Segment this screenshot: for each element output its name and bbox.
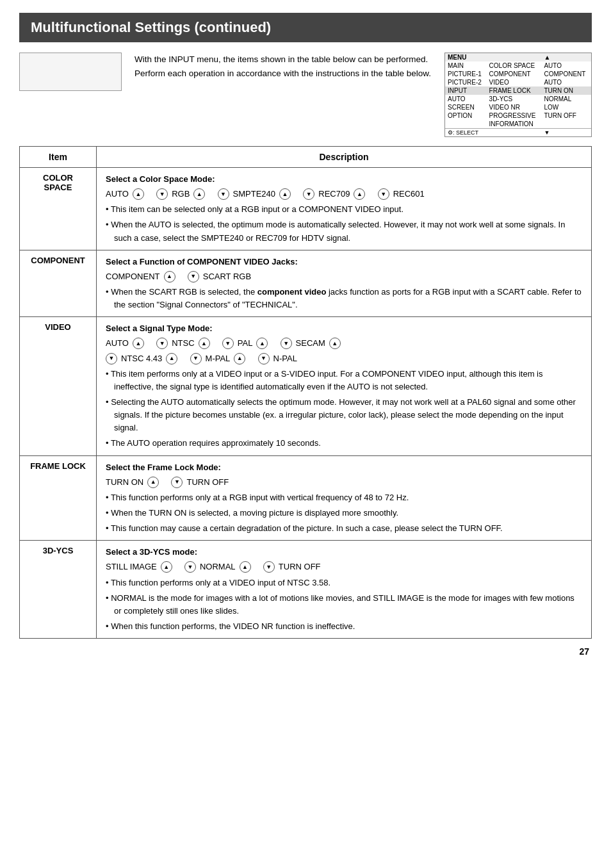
mini-menu-header-menu: MENU (445, 53, 487, 61)
col-item-header: Item (20, 147, 97, 168)
mini-menu-row-highlighted: FRAME LOCK (487, 86, 542, 95)
nav-up-btn (166, 353, 177, 364)
nav-up-btn (193, 188, 205, 200)
nav-up-btn (199, 338, 210, 349)
bullet-text: • When the AUTO is selected, the optimum… (106, 218, 582, 244)
nav-up-btn (240, 561, 251, 573)
mini-menu-row: SCREEN (445, 103, 487, 111)
mini-menu-select: ⚙: SELECT (445, 129, 541, 137)
mini-menu-row: VIDEO NR (487, 103, 542, 111)
table-row: COLOR SPACE Select a Color Space Mode: A… (20, 168, 592, 250)
bullet-text: • This function performs only at a VIDEO… (106, 577, 582, 589)
nav-up-btn (354, 188, 365, 200)
mini-menu-row: PICTURE-2 (445, 78, 487, 86)
mini-menu-row: NORMAL (541, 95, 591, 103)
mini-menu-row (445, 120, 487, 129)
table-row: COMPONENT Select a Function of COMPONENT… (20, 250, 592, 317)
nav-down-btn (222, 338, 234, 349)
page-number: 27 (19, 646, 592, 657)
nav-up-btn (279, 188, 291, 200)
bullet-text: • This function may cause a certain degr… (106, 522, 582, 535)
item-3d-ycs: 3D-YCS (20, 541, 97, 639)
intro-text: With the INPUT menu, the items shown in … (134, 53, 432, 80)
nav-line: NTSC 4.43 M-PAL N-PAL (106, 352, 582, 365)
nav-down-btn (171, 477, 183, 488)
item-video: VIDEO (20, 317, 97, 455)
desc-video: Select a Signal Type Mode: AUTO NTSC PAL… (97, 317, 592, 455)
intro-line1: With the INPUT menu, the items shown in … (134, 53, 432, 67)
mini-menu-row: TURN OFF (541, 111, 591, 120)
nav-down-btn (106, 353, 117, 364)
bullet-text: • This item can be selected only at a RG… (106, 203, 582, 216)
bullet-text: • When this function performs, the VIDEO… (106, 620, 582, 633)
mini-menu-row: LOW (541, 103, 591, 111)
nav-line: TURN ON TURN OFF (106, 476, 582, 489)
mini-menu-row: MAIN (445, 61, 487, 70)
nav-line: AUTO RGB SMPTE240 REC709 REC601 (106, 188, 582, 201)
mini-menu-row-highlighted: INPUT (445, 86, 487, 95)
mini-menu-header-blank (487, 53, 542, 61)
section-title: Select a 3D-YCS mode: (106, 546, 582, 559)
section-title: Select the Frame Lock Mode: (106, 461, 582, 474)
nav-up-btn (164, 271, 175, 283)
mini-menu-row (541, 120, 591, 129)
intro-line2: Perform each operation in accordance wit… (134, 67, 432, 81)
nav-down-btn (378, 188, 389, 200)
mini-menu-row-highlighted: TURN ON (541, 86, 591, 95)
mini-menu-row: INFORMATION (487, 120, 542, 129)
nav-line: AUTO NTSC PAL SECAM (106, 337, 582, 350)
nav-down-btn (190, 353, 202, 364)
nav-up-btn (133, 188, 144, 200)
nav-up-btn (256, 338, 268, 349)
item-component: COMPONENT (20, 250, 97, 317)
table-row: VIDEO Select a Signal Type Mode: AUTO NT… (20, 317, 592, 455)
nav-up-btn (329, 338, 341, 349)
nav-down-btn (184, 561, 196, 573)
nav-down-btn (303, 188, 314, 200)
mini-menu-row: 3D-YCS (487, 95, 542, 103)
bullet-text: • This function performs only at a RGB i… (106, 491, 582, 504)
menu-image (19, 53, 122, 91)
section-title: Select a Function of COMPONENT VIDEO Jac… (106, 256, 582, 268)
nav-down-btn (263, 561, 275, 573)
bullet-text: • NORMAL is the mode for images with a l… (106, 592, 582, 618)
mini-menu-row: AUTO (541, 61, 591, 70)
mini-menu-row: OPTION (445, 111, 487, 120)
desc-3d-ycs: Select a 3D-YCS mode: STILL IMAGE NORMAL… (97, 541, 592, 639)
nav-down-btn (156, 188, 168, 200)
bullet-text: • When the SCART RGB is selected, the co… (106, 286, 582, 311)
bullet-text: • The AUTO operation requires approximat… (106, 437, 582, 450)
mini-menu-row: COLOR SPACE (487, 61, 542, 70)
item-color-space: COLOR SPACE (20, 168, 97, 250)
mini-menu-row: PICTURE-1 (445, 70, 487, 78)
item-frame-lock: FRAME LOCK (20, 455, 97, 541)
section-title: Select a Color Space Mode: (106, 173, 582, 186)
bullet-text: • This item performs only at a VIDEO inp… (106, 368, 582, 393)
nav-up-btn (133, 338, 144, 349)
nav-up-btn (161, 561, 172, 573)
mini-menu-row: COMPONENT (487, 70, 542, 78)
table-row: 3D-YCS Select a 3D-YCS mode: STILL IMAGE… (20, 541, 592, 639)
mini-menu-row: COMPONENT (541, 70, 591, 78)
nav-up-btn (234, 353, 245, 364)
nav-up-btn (147, 477, 159, 488)
nav-line: STILL IMAGE NORMAL TURN OFF (106, 561, 582, 573)
desc-frame-lock: Select the Frame Lock Mode: TURN ON TURN… (97, 455, 592, 541)
nav-down-btn (218, 188, 229, 200)
nav-down-btn (188, 271, 199, 283)
mini-menu-header-arrow: ▲ (541, 53, 591, 61)
mini-menu: MENU ▲ MAIN COLOR SPACE AUTO PICTURE-1 C… (444, 53, 592, 137)
mini-menu-select-arrow: ▼ (541, 129, 591, 137)
nav-line: COMPONENT SCART RGB (106, 270, 582, 283)
nav-down-btn (281, 338, 292, 349)
mini-menu-row: PROGRESSIVE (487, 111, 542, 120)
section-title: Select a Signal Type Mode: (106, 322, 582, 335)
page-title: Multifunctional Settings (continued) (19, 13, 592, 42)
mini-menu-row: VIDEO (487, 78, 542, 86)
bullet-text: • When the TURN ON is selected, a moving… (106, 507, 582, 520)
desc-color-space: Select a Color Space Mode: AUTO RGB SMPT… (97, 168, 592, 250)
nav-down-btn (156, 338, 168, 349)
mini-menu-row: AUTO (541, 78, 591, 86)
mini-menu-row: AUTO (445, 95, 487, 103)
main-content-table: Item Description COLOR SPACE Select a Co… (19, 146, 592, 639)
